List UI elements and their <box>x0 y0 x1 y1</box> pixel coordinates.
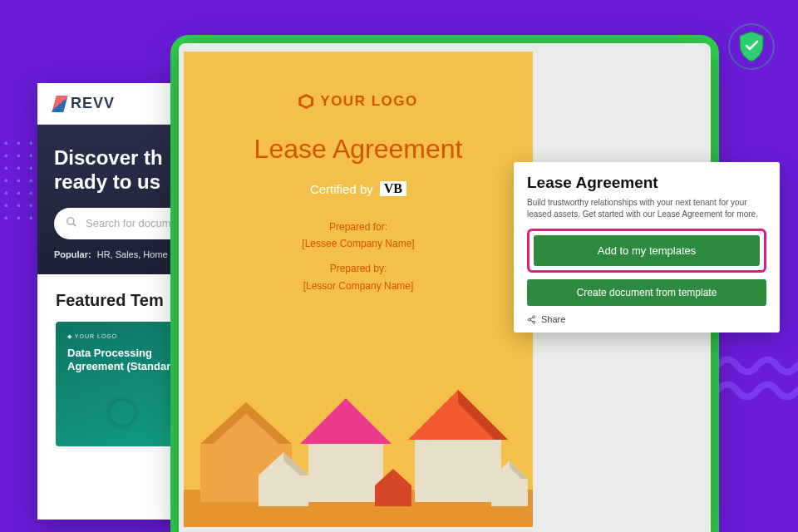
side-panel-title: Lease Agreement <box>527 174 766 192</box>
add-to-templates-button[interactable]: Add to my templates <box>534 235 760 266</box>
document-cover: YOUR LOGO Lease Agreement Certified by V… <box>184 52 533 527</box>
search-icon <box>66 216 77 230</box>
svg-marker-7 <box>300 398 392 444</box>
side-panel-description: Build trustworthy relationships with you… <box>527 197 766 220</box>
svg-line-19 <box>530 320 533 322</box>
shield-icon <box>737 31 766 62</box>
cover-illustration <box>184 352 533 527</box>
svg-point-15 <box>533 315 535 318</box>
primary-button-highlight: Add to my templates <box>527 229 766 273</box>
certified-by: Certified by VB <box>310 181 406 196</box>
certifier-mark: VB <box>380 181 406 196</box>
brand-logo-mark <box>52 96 67 112</box>
popular-label: Popular: <box>54 249 91 259</box>
hexagon-icon <box>298 94 313 109</box>
svg-marker-8 <box>308 444 383 502</box>
svg-point-17 <box>533 321 535 323</box>
template-actions-panel: Lease Agreement Build trustworthy relati… <box>514 162 780 332</box>
brand-logo-text: REVV <box>71 95 115 112</box>
prepared-for-block: Prepared for: [Lessee Company Name] Prep… <box>184 219 533 295</box>
svg-point-0 <box>67 218 74 224</box>
svg-marker-11 <box>415 440 501 502</box>
share-button[interactable]: Share <box>527 314 766 324</box>
document-logo: YOUR LOGO <box>298 93 417 110</box>
svg-point-16 <box>528 318 530 321</box>
security-badge <box>728 23 775 70</box>
popular-tags[interactable]: HR, Sales, Home In <box>97 249 178 259</box>
share-icon <box>527 315 536 324</box>
svg-line-18 <box>530 317 533 318</box>
svg-line-1 <box>73 224 76 227</box>
create-document-button[interactable]: Create document from template <box>527 279 766 306</box>
document-title: Lease Agreement <box>184 134 533 165</box>
